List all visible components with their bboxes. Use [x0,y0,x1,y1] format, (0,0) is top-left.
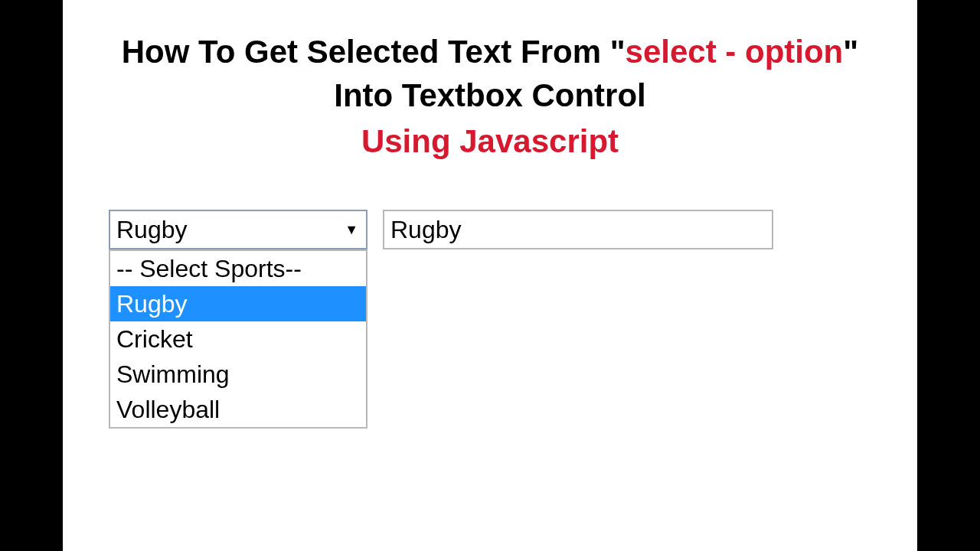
sport-option-swimming[interactable]: Swimming [110,357,366,392]
sport-select[interactable]: Rugby ▼ [109,210,368,249]
sport-option-cricket[interactable]: Cricket [110,321,366,357]
sport-option-placeholder[interactable]: -- Select Sports-- [110,251,366,286]
result-textbox[interactable] [383,210,773,249]
form-area: Rugby ▼ -- Select Sports-- Rugby Cricket… [63,210,917,249]
title-line-2: Into Textbox Control [86,74,894,118]
sport-dropdown-list: -- Select Sports-- Rugby Cricket Swimmin… [109,249,368,429]
sport-option-volleyball[interactable]: Volleyball [110,392,366,427]
title-line-3: Using Javascript [86,120,894,164]
chevron-down-icon: ▼ [345,222,358,238]
title-highlight: select - option [626,34,844,70]
title-text-suffix: " [843,34,858,70]
page-content: How To Get Selected Text From "select - … [63,0,917,551]
title-line-1: How To Get Selected Text From "select - … [86,31,894,74]
title-text-prefix: How To Get Selected Text From " [122,34,626,70]
sport-select-value: Rugby [116,216,188,244]
sport-select-wrapper: Rugby ▼ -- Select Sports-- Rugby Cricket… [109,210,368,249]
page-title: How To Get Selected Text From "select - … [63,31,917,171]
sport-option-rugby[interactable]: Rugby [110,286,366,321]
